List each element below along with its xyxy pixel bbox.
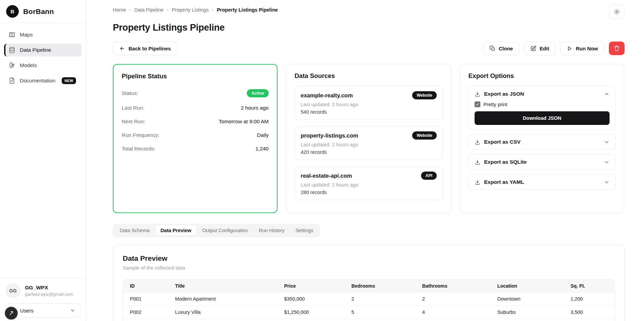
status-row: Total Records: 1,240 [122, 146, 269, 152]
sidebar-item-maps[interactable]: Maps [4, 28, 82, 41]
breadcrumb-property-listings[interactable]: Property Listings [172, 7, 209, 13]
breadcrumb-current: Property Listings Pipeline [217, 7, 278, 13]
download-icon [475, 139, 480, 145]
tab-data-schema[interactable]: Data Schema [115, 225, 155, 236]
source-records: 280 records [301, 190, 437, 195]
tab-data-preview[interactable]: Data Preview [155, 225, 196, 236]
tab-settings[interactable]: Settings [290, 225, 318, 236]
cell-price: $1,250,000 [277, 306, 344, 319]
sidebar-item-models[interactable]: Models [4, 59, 82, 72]
cell-title: Luxury Villa [168, 306, 278, 319]
export-sqlite-toggle[interactable]: Export as SQLite [475, 159, 610, 165]
brand-logo: B [6, 5, 19, 18]
export-json-toggle[interactable]: Export as JSON [475, 91, 610, 97]
brand-name: BorBann [23, 7, 54, 16]
tab-run-history[interactable]: Run History [254, 225, 290, 236]
check-icon [476, 102, 479, 106]
chevron-right-icon: › [130, 7, 131, 12]
status-label: Next Run: [122, 118, 145, 125]
brand-initial: B [11, 9, 14, 14]
source-item[interactable]: property-listings.com Website Last updat… [295, 126, 443, 160]
edit-icon [530, 46, 536, 51]
run-now-button[interactable]: Run Now [560, 42, 604, 55]
sidebar-item-label: Documentation [20, 78, 55, 84]
column-header-location: Location [491, 280, 564, 292]
arrow-left-icon [119, 46, 125, 51]
cell-id: P002 [123, 306, 168, 319]
users-select-value: Users [20, 308, 33, 314]
chevron-up-icon [604, 91, 610, 97]
data-preview-subtitle: Sample of the collected data [123, 265, 615, 271]
export-label: Export as JSON [484, 91, 524, 97]
map-icon [9, 31, 15, 38]
preview-table: ID Title Price Bedrooms Bathrooms Locati… [123, 279, 615, 321]
cell-bathrooms: 2 [415, 292, 490, 306]
play-icon [567, 46, 572, 51]
brain-icon [9, 62, 15, 69]
theme-toggle-button[interactable] [609, 4, 625, 19]
export-yaml-toggle[interactable]: Export as YAML [475, 179, 610, 185]
copy-icon [490, 46, 495, 51]
column-header-bedrooms: Bedrooms [345, 280, 416, 292]
status-row: Next Run: Tomorrow at 9:00 AM [122, 118, 269, 125]
sidebar: B BorBann Maps Data Pipeline Models Docu… [0, 0, 86, 321]
sidebar-item-label: Maps [20, 32, 33, 38]
chevron-right-icon: › [167, 7, 168, 12]
user-name: GG_WPX [25, 285, 73, 291]
tab-output-configuration[interactable]: Output Configuration [197, 225, 253, 236]
source-head: property-listings.com Website [301, 131, 437, 140]
column-header-sqft: Sq. Ft. [564, 280, 614, 292]
status-value: 1,240 [255, 146, 269, 152]
chevron-down-icon [604, 179, 610, 185]
pretty-print-option[interactable]: Pretty print [475, 101, 610, 107]
export-list: Export as JSON Pretty print Download JSO… [468, 86, 616, 190]
main-content: Home › Data Pipeline › Property Listings… [86, 0, 644, 321]
export-sqlite-item: Export as SQLite [468, 154, 616, 170]
sidebar-item-data-pipeline[interactable]: Data Pipeline [4, 44, 82, 57]
data-preview-card: Data Preview Sample of the collected dat… [113, 245, 625, 321]
table-row: P001 Modern Apartment $350,000 2 2 Downt… [123, 292, 614, 306]
status-row: Last Run: 2 hours ago [122, 105, 269, 111]
status-label: Last Run: [122, 105, 144, 111]
source-item[interactable]: real-estate-api.com API Last updated: 2 … [295, 166, 443, 200]
pretty-print-label: Pretty print [483, 102, 507, 107]
cell-id: P001 [123, 292, 168, 306]
edit-button[interactable]: Edit [524, 42, 556, 55]
chevron-down-icon [604, 159, 610, 165]
delete-button[interactable] [609, 42, 625, 55]
summary-cards: Pipeline Status Status: Active Last Run:… [113, 64, 625, 213]
topbar: Home › Data Pipeline › Property Listings… [113, 4, 625, 19]
user-meta: GG_WPX garfield.wpx@gmail.com [25, 285, 73, 297]
trash-icon [614, 45, 620, 51]
status-rows: Status: Active Last Run: 2 hours ago Nex… [122, 89, 269, 152]
sidebar-item-label: Models [20, 62, 37, 68]
source-head: example-realty.com Website [301, 91, 437, 99]
source-updated: Last updated: 2 hours ago [301, 102, 437, 107]
source-name: real-estate-api.com [301, 173, 352, 179]
cell-sqft: 650 [564, 319, 614, 321]
cell-bedrooms: 2 [345, 292, 416, 306]
download-json-button[interactable]: Download JSON [475, 111, 610, 125]
source-type-badge: Website [412, 91, 437, 99]
export-yaml-item: Export as YAML [468, 174, 616, 190]
source-records: 540 records [301, 109, 437, 115]
clone-button[interactable]: Clone [483, 42, 520, 55]
source-head: real-estate-api.com API [301, 172, 437, 180]
sidebar-item-documentation[interactable]: Documentation NEW [4, 74, 82, 87]
edit-button-label: Edit [540, 46, 549, 51]
breadcrumb-home[interactable]: Home [113, 7, 126, 13]
back-to-pipelines-button[interactable]: Back to Pipelines [113, 42, 177, 55]
download-icon [475, 91, 480, 97]
status-badge: Active [247, 89, 269, 97]
cell-bedrooms: 5 [345, 306, 416, 319]
export-options-title: Export Options [468, 72, 616, 80]
export-csv-toggle[interactable]: Export as CSV [475, 139, 610, 145]
export-label: Export as SQLite [484, 159, 527, 165]
breadcrumb-data-pipeline[interactable]: Data Pipeline [134, 7, 164, 13]
pipeline-tabs: Data Schema Data Preview Output Configur… [113, 224, 320, 237]
cell-location: City Center [491, 319, 564, 321]
status-label: Total Records: [122, 146, 155, 152]
pretty-print-checkbox[interactable] [475, 101, 480, 107]
source-item[interactable]: example-realty.com Website Last updated:… [295, 86, 443, 120]
source-records: 420 records [301, 149, 437, 155]
